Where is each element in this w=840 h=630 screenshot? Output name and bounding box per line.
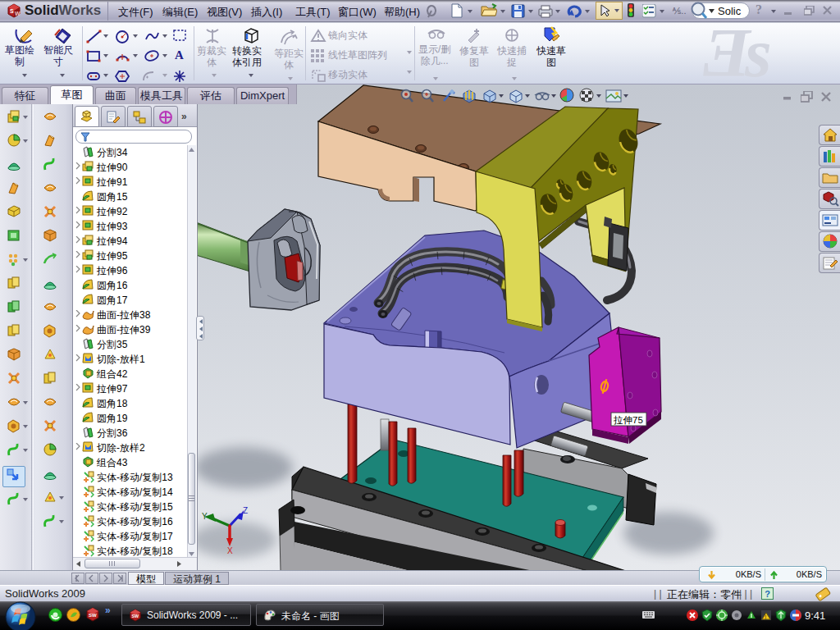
svg-text:S: S xyxy=(10,8,14,14)
svg-text:A: A xyxy=(175,48,184,62)
svg-text:Y: Y xyxy=(202,512,208,521)
svg-text:SW: SW xyxy=(89,613,97,618)
svg-text:W: W xyxy=(15,11,21,16)
svg-text:SW: SW xyxy=(132,614,140,619)
svg-text:!: ! xyxy=(765,614,767,620)
svg-text:Z: Z xyxy=(243,506,248,515)
svg-text:拉伸75: 拉伸75 xyxy=(613,415,643,425)
svg-text:X: X xyxy=(227,546,233,555)
